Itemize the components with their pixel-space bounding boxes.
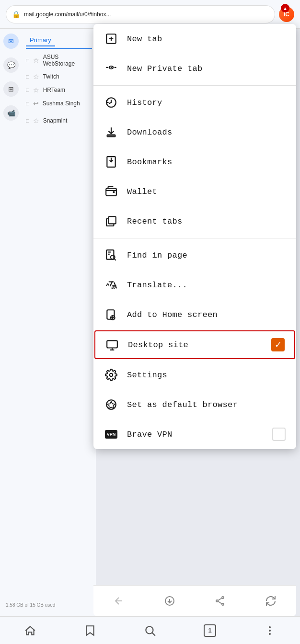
add-home-icon: [104, 307, 118, 322]
bookmarks-icon: [104, 155, 118, 169]
more-nav-button[interactable]: [258, 619, 282, 643]
chat-nav-icon: 💬: [3, 57, 19, 73]
private-tab-icon: [104, 61, 118, 76]
new-tab-label: New tab: [127, 34, 162, 44]
svg-line-41: [152, 633, 155, 635]
brave-vpn-label: Brave VPN: [127, 430, 173, 439]
context-menu: New tab New Private tab History: [93, 24, 296, 449]
storage-label: 1.58 GB of 15 GB used: [0, 599, 96, 610]
svg-point-29: [110, 373, 113, 377]
gmail-background: ☰ M Gmail ✉ 💬 ⊞ 📹 Primary □ ☆ ASUS WebSt…: [0, 0, 96, 644]
svg-line-38: [218, 598, 222, 600]
meet-nav-icon: 📹: [3, 105, 19, 121]
history-label: History: [127, 98, 162, 107]
downloads-icon: [104, 125, 118, 139]
settings-label: Settings: [127, 371, 167, 380]
tab-count: 1: [204, 624, 216, 637]
menu-item-translate[interactable]: A あ Translate...: [93, 270, 296, 300]
menu-item-find[interactable]: Find in page: [93, 240, 296, 270]
translate-icon: A あ: [104, 278, 118, 292]
bookmarks-nav-button[interactable]: [78, 619, 102, 643]
desktop-site-label: Desktop site: [128, 340, 188, 350]
home-nav-button[interactable]: [18, 619, 42, 643]
recent-tabs-icon: [104, 214, 118, 228]
settings-icon: [104, 368, 118, 382]
svg-point-35: [222, 597, 224, 599]
private-tab-label: New Private tab: [127, 64, 203, 73]
vpn-checkbox[interactable]: [272, 428, 286, 441]
menu-item-private-tab[interactable]: New Private tab: [93, 54, 296, 83]
vpn-icon: VPN: [104, 427, 118, 441]
url-text: mail.google.com/mail/u/0/#inbox...: [24, 11, 269, 18]
svg-rect-6: [106, 67, 108, 68]
menu-item-set-default[interactable]: Set as default browser: [93, 390, 296, 419]
svg-point-5: [111, 67, 112, 68]
tabs-nav-button[interactable]: 1: [198, 619, 222, 643]
menu-item-history[interactable]: History: [93, 88, 296, 117]
history-icon: [104, 95, 118, 110]
menu-item-desktop-site[interactable]: Desktop site ✓: [94, 330, 295, 359]
svg-point-40: [146, 626, 153, 633]
find-icon: [104, 248, 118, 262]
menu-item-wallet[interactable]: Wallet: [93, 177, 296, 206]
default-browser-icon: [104, 397, 118, 412]
back-button[interactable]: [109, 591, 128, 610]
email-row-4: □ ↩ Sushma Singh: [22, 97, 96, 110]
translate-label: Translate...: [127, 281, 187, 290]
divider-2: [93, 238, 296, 238]
primary-tab: Primary: [26, 34, 55, 46]
menu-item-add-home[interactable]: Add to Home screen: [93, 300, 296, 329]
find-label: Find in page: [127, 251, 187, 260]
svg-text:A: A: [106, 282, 109, 287]
share-button[interactable]: [210, 591, 230, 610]
bookmarks-label: Bookmarks: [127, 158, 173, 167]
email-row-5: □ ☆ Snapmint: [22, 114, 96, 127]
email-row-1: □ ☆ ASUS WebStorage: [22, 51, 96, 70]
more-dots-icon: [269, 626, 271, 635]
new-tab-icon: [104, 32, 118, 46]
lock-icon: 🔒: [12, 11, 20, 18]
svg-line-39: [218, 601, 222, 604]
add-home-label: Add to Home screen: [127, 310, 218, 319]
search-nav-button[interactable]: [138, 619, 162, 643]
email-row-3: □ ☆ HRTeam: [22, 83, 96, 97]
recent-tabs-label: Recent tabs: [127, 217, 183, 226]
menu-item-settings[interactable]: Settings: [93, 360, 296, 390]
browser-bottom-nav: 1: [0, 616, 300, 644]
svg-rect-15: [106, 250, 114, 260]
desktop-icon: [105, 338, 119, 352]
svg-marker-31: [107, 402, 115, 409]
mail-nav-icon: ✉: [3, 34, 19, 49]
svg-rect-7: [115, 67, 116, 68]
spaces-nav-icon: ⊞: [3, 81, 19, 97]
menu-bottom-actions: [93, 585, 296, 616]
menu-item-brave-vpn[interactable]: VPN Brave VPN: [93, 419, 296, 449]
divider-1: [93, 85, 296, 86]
svg-rect-26: [107, 340, 117, 348]
wallet-icon: [104, 184, 118, 199]
address-bar[interactable]: 🔒 mail.google.com/mail/u/0/#inbox...: [6, 5, 275, 23]
menu-item-downloads[interactable]: Downloads: [93, 117, 296, 147]
svg-point-37: [222, 603, 224, 605]
downloads-label: Downloads: [127, 128, 173, 137]
desktop-site-checkbox[interactable]: ✓: [271, 338, 285, 351]
menu-item-new-tab[interactable]: New tab: [93, 24, 296, 54]
svg-line-17: [115, 259, 116, 260]
menu-item-bookmarks[interactable]: Bookmarks: [93, 147, 296, 177]
svg-point-36: [216, 600, 218, 602]
wallet-label: Wallet: [127, 187, 157, 196]
set-default-label: Set as default browser: [127, 400, 238, 409]
alert-badge: ▲: [281, 4, 289, 12]
email-row-2: □ ☆ Twitch: [22, 70, 96, 83]
svg-rect-14: [109, 216, 116, 224]
download-button[interactable]: [160, 591, 179, 610]
refresh-button[interactable]: [261, 591, 280, 610]
menu-item-recent-tabs[interactable]: Recent tabs: [93, 206, 296, 236]
